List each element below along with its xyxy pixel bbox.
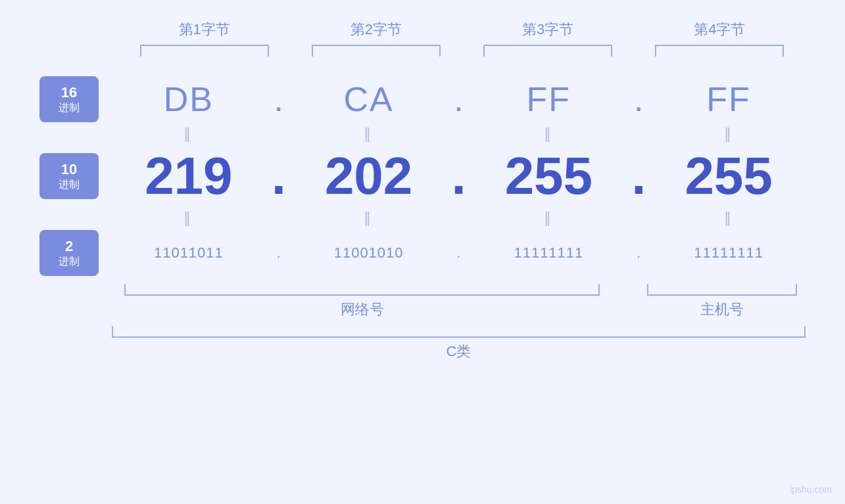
host-label: 主机号 xyxy=(639,300,806,319)
binary-value-2: 11001010 xyxy=(292,244,446,262)
network-bracket xyxy=(124,284,600,296)
decimal-value-1: 219 xyxy=(112,146,266,206)
binary-badge-main: 2 xyxy=(65,238,73,255)
binary-value-4: 11111111 xyxy=(652,244,806,262)
decimal-badge-main: 10 xyxy=(61,161,77,178)
host-bracket-container xyxy=(639,284,806,296)
equals-8: ‖ xyxy=(652,210,806,227)
binary-badge-sub: 进制 xyxy=(59,255,80,269)
top-bracket-1 xyxy=(118,45,290,57)
equals-3: ‖ xyxy=(472,126,626,143)
byte-label-4: 第4字节 xyxy=(634,20,806,39)
network-host-labels: 网络号 主机号 xyxy=(39,300,806,319)
hex-value-1: DB xyxy=(112,80,266,119)
hex-values-row: DB . CA . FF . FF xyxy=(112,80,806,119)
decimal-dot-3: . xyxy=(625,146,652,206)
host-bracket xyxy=(647,284,797,296)
equals-row-2: ‖ ‖ ‖ ‖ xyxy=(39,210,806,227)
top-bracket-4 xyxy=(634,45,806,57)
binary-dot-3: . xyxy=(625,244,652,262)
class-label: C类 xyxy=(447,343,471,359)
decimal-values-row: 219 . 202 . 255 . 255 xyxy=(112,146,806,206)
top-brackets xyxy=(39,45,806,57)
watermark: ipshu.com xyxy=(790,484,832,495)
top-bracket-3 xyxy=(462,45,634,57)
equals-7: ‖ xyxy=(472,210,626,227)
binary-values-row: 11011011 . 11001010 . 11111111 . 1111111… xyxy=(112,244,806,262)
hex-value-4: FF xyxy=(652,80,806,119)
byte-label-3: 第3字节 xyxy=(462,20,634,39)
equals-2: ‖ xyxy=(292,126,446,143)
decimal-value-2: 202 xyxy=(292,146,446,206)
equals-row-1: ‖ ‖ ‖ ‖ xyxy=(39,126,806,143)
equals-4: ‖ xyxy=(652,126,806,143)
decimal-dot-2: . xyxy=(446,146,472,206)
decimal-row: 10 进制 219 . 202 . 255 . 255 xyxy=(39,146,806,206)
hex-dot-2: . xyxy=(446,80,472,119)
decimal-badge-sub: 进制 xyxy=(59,178,80,192)
hex-value-2: CA xyxy=(292,80,446,119)
equals-6: ‖ xyxy=(292,210,446,227)
hex-dot-1: . xyxy=(266,80,292,119)
decimal-value-4: 255 xyxy=(652,146,806,206)
network-host-brackets xyxy=(39,284,806,296)
equals-5: ‖ xyxy=(112,210,266,227)
class-bracket xyxy=(112,326,806,338)
byte-label-2: 第2字节 xyxy=(290,20,462,39)
hex-row: 16 进制 DB . CA . FF . FF xyxy=(39,76,806,122)
decimal-value-3: 255 xyxy=(472,146,626,206)
byte-labels-row: 第1字节 第2字节 第3字节 第4字节 xyxy=(39,20,806,39)
network-bracket-container xyxy=(112,284,612,296)
decimal-badge: 10 进制 xyxy=(39,153,99,199)
network-label: 网络号 xyxy=(112,300,612,319)
binary-value-3: 11111111 xyxy=(472,244,626,262)
class-label-row: C类 xyxy=(39,342,806,361)
binary-value-1: 11011011 xyxy=(112,244,266,262)
hex-badge-main: 16 xyxy=(61,84,77,101)
byte-label-1: 第1字节 xyxy=(118,20,290,39)
class-bracket-row xyxy=(39,326,806,338)
hex-dot-3: . xyxy=(625,80,652,119)
hex-badge: 16 进制 xyxy=(39,76,99,122)
equals-1: ‖ xyxy=(112,126,266,143)
top-bracket-2 xyxy=(290,45,462,57)
binary-dot-1: . xyxy=(266,244,292,262)
hex-badge-sub: 进制 xyxy=(59,101,80,115)
decimal-dot-1: . xyxy=(266,146,292,206)
hex-value-3: FF xyxy=(472,80,626,119)
binary-dot-2: . xyxy=(446,244,472,262)
main-container: 第1字节 第2字节 第3字节 第4字节 16 进制 DB . xyxy=(0,0,845,504)
binary-row: 2 进制 11011011 . 11001010 . 11111111 . xyxy=(39,230,806,276)
binary-badge: 2 进制 xyxy=(39,230,99,276)
